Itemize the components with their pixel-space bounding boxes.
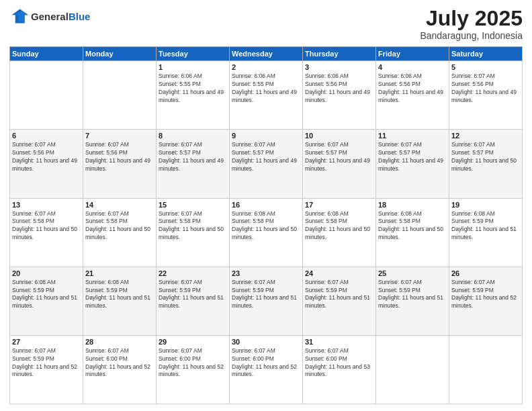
calendar-cell: [10, 61, 83, 130]
day-info: Sunrise: 6:07 AMSunset: 5:57 PMDaylight:…: [378, 141, 447, 173]
calendar-cell: 13Sunrise: 6:07 AMSunset: 5:58 PMDayligh…: [10, 198, 83, 267]
day-info: Sunrise: 6:08 AMSunset: 5:58 PMDaylight:…: [305, 210, 373, 242]
day-info: Sunrise: 6:07 AMSunset: 5:59 PMDaylight:…: [12, 347, 81, 379]
day-number: 21: [85, 269, 154, 277]
day-number: 4: [378, 63, 447, 71]
calendar-cell: [83, 61, 157, 130]
day-info: Sunrise: 6:06 AMSunset: 5:55 PMDaylight:…: [159, 73, 227, 105]
day-number: 16: [232, 201, 300, 209]
day-number: 6: [12, 132, 81, 140]
day-number: 26: [451, 269, 520, 277]
title-section: July 2025 Bandaragung, Indonesia: [420, 7, 523, 41]
calendar-cell: 3Sunrise: 6:06 AMSunset: 5:56 PMDaylight…: [303, 61, 376, 130]
calendar-cell: 11Sunrise: 6:07 AMSunset: 5:57 PMDayligh…: [376, 130, 449, 198]
day-info: Sunrise: 6:07 AMSunset: 5:58 PMDaylight:…: [85, 210, 154, 242]
calendar-cell: 31Sunrise: 6:07 AMSunset: 6:00 PMDayligh…: [303, 335, 376, 404]
week-row-4: 27Sunrise: 6:07 AMSunset: 5:59 PMDayligh…: [10, 335, 523, 404]
calendar-cell: 24Sunrise: 6:07 AMSunset: 5:59 PMDayligh…: [303, 267, 376, 335]
day-number: 9: [232, 132, 300, 140]
calendar-cell: 2Sunrise: 6:06 AMSunset: 5:55 PMDaylight…: [230, 61, 303, 130]
calendar-cell: 6Sunrise: 6:07 AMSunset: 5:56 PMDaylight…: [10, 130, 83, 198]
day-number: 13: [12, 201, 81, 209]
day-info: Sunrise: 6:07 AMSunset: 5:56 PMDaylight:…: [12, 141, 81, 173]
day-number: 23: [232, 269, 300, 277]
calendar-cell: 20Sunrise: 6:08 AMSunset: 5:59 PMDayligh…: [10, 267, 83, 335]
day-number: 22: [159, 269, 227, 277]
calendar-cell: 12Sunrise: 6:07 AMSunset: 5:57 PMDayligh…: [449, 130, 523, 198]
day-info: Sunrise: 6:06 AMSunset: 5:56 PMDaylight:…: [305, 73, 373, 105]
day-info: Sunrise: 6:07 AMSunset: 5:57 PMDaylight:…: [159, 141, 227, 173]
day-number: 8: [159, 132, 227, 140]
calendar-cell: 22Sunrise: 6:07 AMSunset: 5:59 PMDayligh…: [157, 267, 230, 335]
day-number: 20: [12, 269, 81, 277]
calendar-cell: 30Sunrise: 6:07 AMSunset: 6:00 PMDayligh…: [230, 335, 303, 404]
day-number: 12: [451, 132, 520, 140]
day-info: Sunrise: 6:07 AMSunset: 5:59 PMDaylight:…: [305, 279, 373, 311]
day-info: Sunrise: 6:07 AMSunset: 5:58 PMDaylight:…: [159, 210, 227, 242]
day-info: Sunrise: 6:08 AMSunset: 5:59 PMDaylight:…: [451, 210, 520, 242]
day-number: 15: [159, 201, 227, 209]
calendar-cell: 14Sunrise: 6:07 AMSunset: 5:58 PMDayligh…: [83, 198, 157, 267]
day-number: 28: [85, 338, 154, 346]
logo-text: General Blue: [31, 11, 90, 21]
calendar-cell: 18Sunrise: 6:08 AMSunset: 5:58 PMDayligh…: [376, 198, 449, 267]
day-info: Sunrise: 6:07 AMSunset: 6:00 PMDaylight:…: [159, 347, 227, 379]
day-info: Sunrise: 6:07 AMSunset: 5:59 PMDaylight:…: [159, 279, 227, 311]
calendar-cell: [376, 335, 449, 404]
day-info: Sunrise: 6:07 AMSunset: 5:57 PMDaylight:…: [305, 141, 373, 173]
weekday-header-saturday: Saturday: [449, 47, 523, 61]
day-info: Sunrise: 6:07 AMSunset: 5:57 PMDaylight:…: [232, 141, 300, 173]
weekday-header-wednesday: Wednesday: [230, 47, 303, 61]
calendar-cell: 29Sunrise: 6:07 AMSunset: 6:00 PMDayligh…: [157, 335, 230, 404]
calendar-cell: 9Sunrise: 6:07 AMSunset: 5:57 PMDaylight…: [230, 130, 303, 198]
page: General Blue July 2025 Bandaragung, Indo…: [0, 0, 532, 411]
week-row-1: 6Sunrise: 6:07 AMSunset: 5:56 PMDaylight…: [10, 130, 523, 198]
day-number: 25: [378, 269, 447, 277]
week-row-2: 13Sunrise: 6:07 AMSunset: 5:58 PMDayligh…: [10, 198, 523, 267]
calendar-cell: 10Sunrise: 6:07 AMSunset: 5:57 PMDayligh…: [303, 130, 376, 198]
calendar-cell: 21Sunrise: 6:08 AMSunset: 5:59 PMDayligh…: [83, 267, 157, 335]
calendar-cell: 25Sunrise: 6:07 AMSunset: 5:59 PMDayligh…: [376, 267, 449, 335]
calendar-cell: 17Sunrise: 6:08 AMSunset: 5:58 PMDayligh…: [303, 198, 376, 267]
day-number: 3: [305, 63, 373, 71]
calendar-cell: 7Sunrise: 6:07 AMSunset: 5:56 PMDaylight…: [83, 130, 157, 198]
day-info: Sunrise: 6:07 AMSunset: 6:00 PMDaylight:…: [305, 347, 373, 379]
day-info: Sunrise: 6:08 AMSunset: 5:58 PMDaylight:…: [378, 210, 447, 242]
day-number: 31: [305, 338, 373, 346]
month-title: July 2025: [420, 7, 523, 30]
day-number: 19: [451, 201, 520, 209]
week-row-0: 1Sunrise: 6:06 AMSunset: 5:55 PMDaylight…: [10, 61, 523, 130]
day-info: Sunrise: 6:07 AMSunset: 5:56 PMDaylight:…: [451, 73, 520, 105]
weekday-header-row: SundayMondayTuesdayWednesdayThursdayFrid…: [10, 47, 523, 61]
day-info: Sunrise: 6:07 AMSunset: 5:59 PMDaylight:…: [378, 279, 447, 311]
weekday-header-monday: Monday: [83, 47, 157, 61]
day-number: 5: [451, 63, 520, 71]
calendar-cell: 5Sunrise: 6:07 AMSunset: 5:56 PMDaylight…: [449, 61, 523, 130]
logo-general: General: [31, 11, 69, 21]
day-info: Sunrise: 6:07 AMSunset: 5:56 PMDaylight:…: [85, 141, 154, 173]
day-info: Sunrise: 6:08 AMSunset: 5:59 PMDaylight:…: [85, 279, 154, 311]
calendar-cell: 4Sunrise: 6:06 AMSunset: 5:56 PMDaylight…: [376, 61, 449, 130]
day-info: Sunrise: 6:07 AMSunset: 6:00 PMDaylight:…: [232, 347, 300, 379]
day-number: 27: [12, 338, 81, 346]
calendar-cell: [449, 335, 523, 404]
day-info: Sunrise: 6:07 AMSunset: 5:58 PMDaylight:…: [12, 210, 81, 242]
day-number: 30: [232, 338, 300, 346]
day-number: 1: [159, 63, 227, 71]
week-row-3: 20Sunrise: 6:08 AMSunset: 5:59 PMDayligh…: [10, 267, 523, 335]
weekday-header-friday: Friday: [376, 47, 449, 61]
weekday-header-tuesday: Tuesday: [157, 47, 230, 61]
weekday-header-sunday: Sunday: [10, 47, 83, 61]
day-number: 2: [232, 63, 300, 71]
logo: General Blue: [9, 7, 90, 26]
day-number: 11: [378, 132, 447, 140]
calendar-cell: 1Sunrise: 6:06 AMSunset: 5:55 PMDaylight…: [157, 61, 230, 130]
day-info: Sunrise: 6:07 AMSunset: 5:59 PMDaylight:…: [451, 279, 520, 311]
day-info: Sunrise: 6:07 AMSunset: 6:00 PMDaylight:…: [85, 347, 154, 379]
day-info: Sunrise: 6:07 AMSunset: 5:57 PMDaylight:…: [451, 141, 520, 173]
calendar-cell: 28Sunrise: 6:07 AMSunset: 6:00 PMDayligh…: [83, 335, 157, 404]
day-number: 29: [159, 338, 227, 346]
calendar-cell: 19Sunrise: 6:08 AMSunset: 5:59 PMDayligh…: [449, 198, 523, 267]
calendar-cell: 27Sunrise: 6:07 AMSunset: 5:59 PMDayligh…: [10, 335, 83, 404]
weekday-header-thursday: Thursday: [303, 47, 376, 61]
